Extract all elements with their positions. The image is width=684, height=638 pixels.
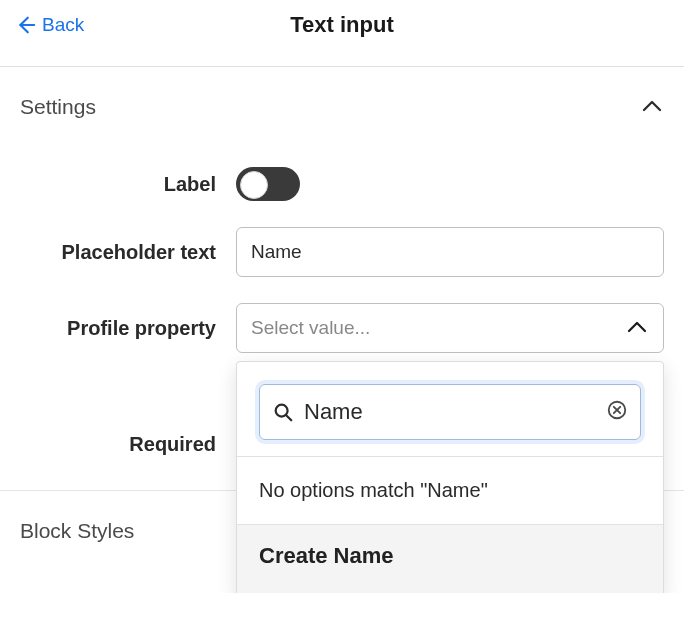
close-circle-icon <box>606 399 628 421</box>
dropdown-search-input[interactable] <box>304 399 596 425</box>
row-label: Label <box>20 167 664 201</box>
arrow-left-icon <box>14 14 36 36</box>
label-toggle[interactable] <box>236 167 300 201</box>
header: Back Text input <box>0 0 684 67</box>
settings-title: Settings <box>20 95 96 119</box>
placeholder-input[interactable]: Name <box>236 227 664 277</box>
row-profile-property: Profile property Select value... <box>20 303 664 353</box>
no-options-message: No options match "Name" <box>237 457 663 525</box>
profile-property-placeholder: Select value... <box>251 317 370 339</box>
svg-line-2 <box>286 415 291 420</box>
settings-body: Label Placeholder text Name Profile prop… <box>0 167 684 490</box>
required-label: Required <box>20 433 236 456</box>
profile-property-select[interactable]: Select value... <box>236 303 664 353</box>
back-label: Back <box>42 14 84 36</box>
placeholder-value: Name <box>251 241 302 263</box>
clear-search-button[interactable] <box>606 399 628 426</box>
back-button[interactable]: Back <box>14 14 84 36</box>
search-icon <box>272 401 294 423</box>
profile-property-dropdown: No options match "Name" Create Name <box>236 361 664 593</box>
page-title: Text input <box>290 12 393 38</box>
create-option[interactable]: Create Name <box>237 525 663 593</box>
settings-section: Settings Label Placeholder text Name Pro… <box>0 67 684 491</box>
chevron-up-icon <box>640 95 664 119</box>
profile-property-label: Profile property <box>20 317 236 340</box>
chevron-up-icon <box>625 316 649 340</box>
dropdown-search[interactable] <box>259 384 641 440</box>
row-placeholder: Placeholder text Name <box>20 227 664 277</box>
settings-header[interactable]: Settings <box>0 67 684 141</box>
block-styles-title: Block Styles <box>20 519 134 543</box>
label-label: Label <box>20 173 236 196</box>
placeholder-label: Placeholder text <box>20 241 236 264</box>
